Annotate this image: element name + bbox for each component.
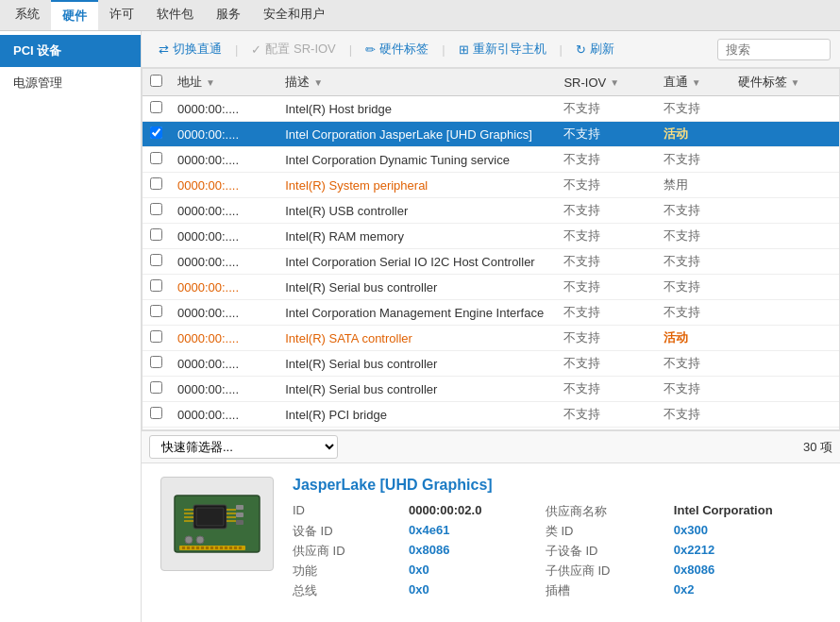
- detail-label: 供应商 ID: [293, 543, 394, 560]
- row-checkbox[interactable]: [150, 101, 162, 113]
- cell-description: Intel(R) RAM memory: [277, 224, 556, 249]
- col-description[interactable]: 描述 ▼: [277, 69, 556, 96]
- sep2: |: [349, 42, 352, 57]
- detail-label: ID: [293, 503, 394, 520]
- cell-address: 0000:00:....: [170, 275, 277, 300]
- detail-value: Intel Corporation: [674, 503, 821, 520]
- cell-description: Intel Corporation Management Engine Inte…: [277, 300, 556, 326]
- refresh-button[interactable]: ↻ 刷新: [568, 37, 622, 61]
- row-checkbox[interactable]: [150, 254, 162, 266]
- cell-description: Intel(R) Serial bus controller: [277, 351, 556, 377]
- cell-address: 0000:00:....: [170, 249, 277, 275]
- cell-address: 0000:00:....: [170, 377, 277, 402]
- cell-passthrough: 不支持: [656, 402, 731, 428]
- svg-rect-19: [192, 546, 194, 549]
- cell-hw-tag: [731, 173, 839, 198]
- menu-services[interactable]: 服务: [205, 0, 252, 30]
- table-row[interactable]: 0000:00:....Intel(R) Serial bus controll…: [143, 377, 839, 402]
- hw-tag-button[interactable]: ✏ 硬件标签: [358, 37, 436, 61]
- sriov-button[interactable]: ✓ 配置 SR-IOV: [244, 37, 343, 61]
- sort-desc-icon: ▼: [313, 77, 323, 88]
- table-row[interactable]: 0000:00:....Intel(R) Serial bus controll…: [143, 275, 839, 300]
- row-checkbox[interactable]: [150, 279, 162, 292]
- search-input[interactable]: [717, 39, 831, 60]
- col-checkbox: [143, 69, 170, 96]
- svg-rect-22: [206, 546, 209, 549]
- passthrough-button[interactable]: ⇄ 切换直通: [151, 37, 229, 61]
- menu-packages[interactable]: 软件包: [145, 0, 205, 30]
- detail-label: 插槽: [546, 582, 659, 599]
- sidebar-item-power[interactable]: 电源管理: [0, 67, 141, 99]
- row-checkbox[interactable]: [150, 126, 162, 139]
- table-row[interactable]: 0000:00:....Intel Corporation JasperLake…: [143, 122, 839, 147]
- cell-description: Intel(R) Serial bus controller: [277, 275, 556, 300]
- table-row[interactable]: 0000:00:....Intel Corporation Serial IO …: [143, 249, 839, 275]
- device-title: JasperLake [UHD Graphics]: [293, 477, 821, 494]
- detail-value: 0000:00:02.0: [409, 503, 530, 520]
- cell-hw-tag: [731, 147, 839, 173]
- row-checkbox[interactable]: [150, 330, 162, 343]
- row-checkbox[interactable]: [150, 407, 162, 419]
- cell-description: Intel(R) System peripheral: [277, 173, 556, 198]
- cell-hw-tag: [731, 224, 839, 249]
- row-checkbox[interactable]: [150, 381, 162, 394]
- sort-address-icon: ▼: [206, 77, 215, 88]
- detail-value: 0x0: [409, 582, 530, 599]
- row-checkbox[interactable]: [150, 228, 162, 241]
- detail-value: 0x4e61: [409, 523, 530, 540]
- col-passthrough[interactable]: 直通 ▼: [656, 69, 731, 96]
- detail-label: 子供应商 ID: [546, 563, 659, 580]
- switch-icon: ⇄: [159, 42, 169, 57]
- table-row[interactable]: 0000:00:....Intel(R) RAM memory不支持不支持: [143, 224, 839, 249]
- detail-value: 0x0: [409, 563, 530, 580]
- menu-license[interactable]: 许可: [98, 0, 145, 30]
- row-checkbox[interactable]: [150, 203, 162, 215]
- cell-sriov: 不支持: [556, 377, 655, 402]
- cell-address: 0000:00:....: [170, 198, 277, 224]
- table-row[interactable]: 0000:00:....Intel(R) USB controller不支持不支…: [143, 198, 839, 224]
- menu-security[interactable]: 安全和用户: [252, 0, 336, 30]
- filter-bar: 快速筛选器... 30 项: [142, 430, 840, 462]
- table-row[interactable]: 0000:00:....Intel(R) Host bridge不支持不支持: [143, 96, 839, 122]
- row-checkbox[interactable]: [150, 177, 162, 190]
- col-address[interactable]: 地址 ▼: [170, 69, 277, 96]
- menu-hardware[interactable]: 硬件: [51, 0, 98, 30]
- col-hw-tag[interactable]: 硬件标签 ▼: [731, 69, 839, 96]
- cell-hw-tag: [731, 96, 839, 122]
- detail-grid: ID0000:00:02.0供应商名称Intel Corporation设备 I…: [293, 503, 821, 599]
- detail-label: 总线: [293, 582, 394, 599]
- detail-panel: JasperLake [UHD Graphics] ID0000:00:02.0…: [142, 462, 840, 622]
- toolbar: ⇄ 切换直通 | ✓ 配置 SR-IOV | ✏ 硬件标签 | ⊞ 重新引导主机…: [142, 31, 840, 68]
- svg-point-14: [185, 536, 193, 544]
- sidebar-item-pci[interactable]: PCI 设备: [0, 35, 141, 67]
- cell-address: 0000:00:....: [170, 326, 277, 351]
- cell-sriov: 不支持: [556, 147, 655, 173]
- svg-rect-24: [215, 546, 218, 549]
- table-row[interactable]: 0000:00:....Intel Corporation Dynamic Tu…: [143, 147, 839, 173]
- row-checkbox[interactable]: [150, 356, 162, 368]
- row-checkbox[interactable]: [150, 152, 162, 164]
- cell-hw-tag: [731, 402, 839, 428]
- table-row[interactable]: 0000:00:....Intel(R) System peripheral不支…: [143, 173, 839, 198]
- cell-address: 0000:00:....: [170, 224, 277, 249]
- cell-passthrough: 不支持: [656, 249, 731, 275]
- cell-passthrough: 活动: [656, 326, 731, 351]
- cell-address: 0000:00:....: [170, 300, 277, 326]
- svg-rect-18: [187, 546, 190, 549]
- row-checkbox[interactable]: [150, 305, 162, 317]
- svg-rect-17: [182, 546, 185, 549]
- select-all-checkbox[interactable]: [150, 75, 162, 87]
- quick-filter[interactable]: 快速筛选器...: [149, 435, 338, 459]
- cell-passthrough: 不支持: [656, 377, 731, 402]
- table-row[interactable]: 0000:00:....Intel(R) SATA controller不支持活…: [143, 326, 839, 351]
- device-image: [160, 477, 274, 571]
- menu-system[interactable]: 系统: [4, 0, 51, 30]
- sort-tag-icon: ▼: [791, 77, 800, 88]
- table-row[interactable]: 0000:00:....Intel Corporation Management…: [143, 300, 839, 326]
- cell-hw-tag: [731, 326, 839, 351]
- table-row[interactable]: 0000:00:....Intel(R) Serial bus controll…: [143, 351, 839, 377]
- reboot-button[interactable]: ⊞ 重新引导主机: [451, 37, 554, 61]
- col-sriov[interactable]: SR-IOV ▼: [556, 69, 655, 96]
- table-row[interactable]: 0000:00:....Intel(R) PCI bridge不支持不支持: [143, 402, 839, 428]
- svg-rect-25: [220, 546, 223, 549]
